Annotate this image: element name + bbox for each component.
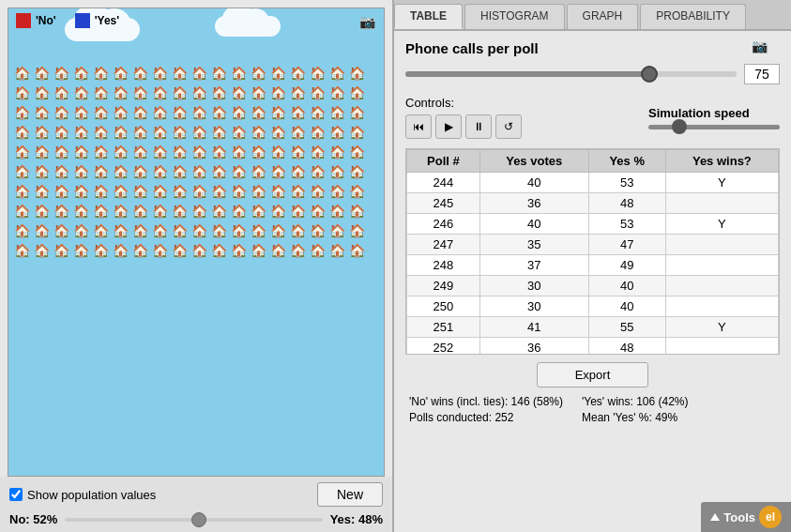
list-item: 🏠 [12,84,31,102]
list-item: 🏠 [229,84,248,102]
list-item: 🏠 [308,64,327,83]
list-item: 🏠 [52,103,70,122]
col-yes-pct: Yes % [588,150,665,173]
list-item: 🏠 [190,143,208,161]
phone-calls-slider[interactable] [405,71,737,77]
list-item: 🏠 [190,221,208,240]
controls-label: Controls: [405,96,522,110]
tools-bar[interactable]: Tools el [701,502,791,532]
tab-probability[interactable]: PROBABILITY [640,4,746,29]
list-item: 🏠 [32,221,51,240]
list-item: 🏠 [71,241,90,260]
cell-yes-votes: 30 [479,296,588,317]
cell-poll: 250 [407,296,480,317]
list-item: 🏠 [308,182,327,201]
list-item: 🏠 [52,84,70,102]
stats-col-right: 'Yes' wins: 106 (42%) Mean 'Yes' %: 49% [582,395,689,424]
show-population-checkbox[interactable] [9,488,23,501]
right-camera-icon[interactable]: 📷 [752,38,768,52]
list-item: 🏠 [170,221,189,240]
list-item: 🏠 [347,143,366,161]
table-row: 246 40 53 Y [407,214,779,235]
controls-left: Controls: ⏮ ▶ ⏸ ↺ [405,96,522,139]
play-button[interactable]: ▶ [435,114,462,139]
list-item: 🏠 [209,84,228,102]
list-item: 🏠 [209,123,228,142]
el-logo: el [759,506,782,528]
mean-yes-stat: Mean 'Yes' %: 49% [582,411,689,424]
cell-yes-pct: 55 [588,317,665,338]
list-item: 🏠 [71,123,90,142]
list-item: 🏠 [209,202,228,220]
pause-button[interactable]: ⏸ [465,114,492,139]
list-item: 🏠 [32,162,51,181]
list-item: 🏠 [130,221,149,240]
list-item: 🏠 [249,143,267,161]
list-item: 🏠 [268,123,287,142]
list-item: 🏠 [229,123,248,142]
cell-yes-pct: 48 [588,338,665,356]
cell-yes-votes: 41 [479,317,588,338]
phone-calls-slider-row: 75 [405,64,780,84]
show-population-text: Show population values [27,488,156,502]
cell-poll: 251 [407,317,480,338]
list-item: 🏠 [111,221,129,240]
list-item: 🏠 [308,103,327,122]
list-item: 🏠 [288,64,307,83]
list-item: 🏠 [308,143,327,161]
list-item: 🏠 [327,202,346,220]
list-item: 🏠 [130,202,149,220]
tab-histogram[interactable]: HISTOGRAM [464,4,564,29]
cloud-2 [215,16,281,37]
tools-text: Tools [723,510,755,524]
cell-poll: 246 [407,214,480,235]
control-buttons: ⏮ ▶ ⏸ ↺ [405,114,522,139]
reset-button[interactable]: ↺ [495,114,522,139]
houses-grid: 🏠🏠🏠🏠🏠🏠🏠🏠🏠🏠🏠🏠🏠🏠🏠🏠🏠🏠🏠🏠🏠🏠🏠🏠🏠🏠🏠🏠🏠🏠🏠🏠🏠🏠🏠🏠🏠🏠🏠🏠… [8,60,384,476]
step-back-button[interactable]: ⏮ [405,114,432,139]
export-button[interactable]: Export [537,362,649,388]
col-poll: Poll # [407,150,480,173]
list-item: 🏠 [268,202,287,220]
new-button[interactable]: New [317,482,383,507]
table-row: 248 37 49 [407,255,779,276]
cell-yes-votes: 36 [479,193,588,214]
list-item: 🏠 [327,143,346,161]
list-item: 🏠 [52,64,70,83]
cell-poll: 252 [407,338,480,356]
population-slider[interactable] [65,518,322,522]
legend-yes: 'Yes' [75,13,119,28]
list-item: 🏠 [209,64,228,83]
list-item: 🏠 [12,123,31,142]
list-item: 🏠 [52,123,70,142]
cell-yes-pct: 48 [588,193,665,214]
right-content: 📷 Phone calls per poll 75 Controls: ⏮ ▶ … [394,31,791,532]
speed-slider[interactable] [648,125,780,129]
list-item: 🏠 [249,182,267,201]
list-item: 🏠 [288,241,307,260]
show-population-label[interactable]: Show population values [9,488,156,502]
list-item: 🏠 [12,103,31,122]
tab-table[interactable]: TABLE [394,4,463,29]
list-item: 🏠 [170,241,189,260]
list-item: 🏠 [150,143,169,161]
table-row: 252 36 48 [407,338,779,356]
list-item: 🏠 [347,241,366,260]
list-item: 🏠 [91,103,110,122]
tab-graph[interactable]: GRAPH [567,4,639,29]
cell-yes-wins [665,296,778,317]
list-item: 🏠 [308,162,327,181]
list-item: 🏠 [327,221,346,240]
list-item: 🏠 [91,123,110,142]
camera-icon[interactable]: 📷 [359,14,376,27]
list-item: 🏠 [111,241,129,260]
list-item: 🏠 [229,241,248,260]
data-table-wrapper[interactable]: Poll # Yes votes Yes % Yes wins? 244 40 … [405,148,780,355]
cell-yes-pct: 47 [588,235,665,255]
list-item: 🏠 [327,103,346,122]
sim-speed-label: Simulation speed [648,106,750,120]
list-item: 🏠 [327,84,346,102]
list-item: 🏠 [249,241,267,260]
left-bottom-controls: Show population values New No: 52% Yes: … [0,477,392,532]
list-item: 🏠 [130,241,149,260]
